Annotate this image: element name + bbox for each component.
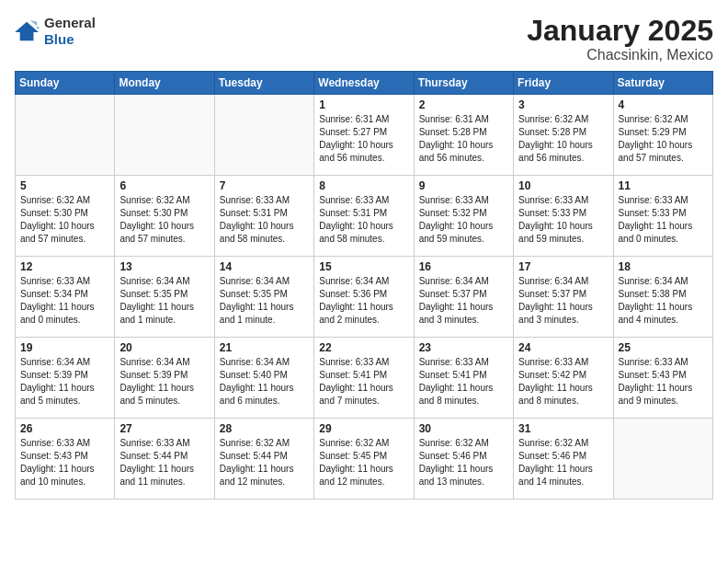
logo-icon	[15, 20, 40, 42]
calendar-cell: 11Sunrise: 6:33 AMSunset: 5:33 PMDayligh…	[613, 176, 712, 257]
calendar-cell: 7Sunrise: 6:33 AMSunset: 5:31 PMDaylight…	[214, 176, 313, 257]
logo: General Blue	[15, 15, 96, 48]
day-info: Sunrise: 6:33 AMSunset: 5:33 PMDaylight:…	[619, 194, 708, 246]
day-info: Sunrise: 6:33 AMSunset: 5:32 PMDaylight:…	[419, 194, 508, 246]
calendar-cell: 18Sunrise: 6:34 AMSunset: 5:38 PMDayligh…	[613, 257, 712, 338]
calendar-cell: 22Sunrise: 6:33 AMSunset: 5:41 PMDayligh…	[314, 338, 414, 419]
day-number: 29	[319, 422, 408, 435]
day-number: 30	[419, 422, 508, 435]
weekday-header: Friday	[514, 72, 613, 95]
calendar-cell: 9Sunrise: 6:33 AMSunset: 5:32 PMDaylight…	[414, 176, 513, 257]
day-number: 4	[619, 98, 708, 111]
day-number: 25	[619, 341, 708, 354]
calendar-cell: 8Sunrise: 6:33 AMSunset: 5:31 PMDaylight…	[314, 176, 414, 257]
day-number: 20	[119, 341, 209, 354]
day-number: 2	[419, 98, 508, 111]
day-number: 10	[518, 179, 608, 192]
day-number: 1	[319, 98, 408, 111]
calendar-cell: 3Sunrise: 6:32 AMSunset: 5:28 PMDaylight…	[514, 95, 613, 176]
calendar-cell: 20Sunrise: 6:34 AMSunset: 5:39 PMDayligh…	[115, 338, 214, 419]
day-number: 27	[119, 422, 209, 435]
day-info: Sunrise: 6:34 AMSunset: 5:36 PMDaylight:…	[319, 275, 408, 327]
day-info: Sunrise: 6:31 AMSunset: 5:27 PMDaylight:…	[319, 113, 408, 165]
calendar-cell: 6Sunrise: 6:32 AMSunset: 5:30 PMDaylight…	[115, 176, 214, 257]
day-number: 28	[220, 422, 309, 435]
calendar-cell: 30Sunrise: 6:32 AMSunset: 5:46 PMDayligh…	[414, 419, 513, 500]
calendar-cell: 14Sunrise: 6:34 AMSunset: 5:35 PMDayligh…	[214, 257, 313, 338]
day-info: Sunrise: 6:33 AMSunset: 5:33 PMDaylight:…	[518, 194, 608, 246]
svg-marker-0	[15, 22, 39, 40]
day-number: 16	[419, 260, 508, 273]
day-info: Sunrise: 6:33 AMSunset: 5:31 PMDaylight:…	[319, 194, 408, 246]
logo-text: General Blue	[44, 15, 96, 48]
calendar-cell: 19Sunrise: 6:34 AMSunset: 5:39 PMDayligh…	[16, 338, 115, 419]
day-info: Sunrise: 6:32 AMSunset: 5:45 PMDaylight:…	[319, 437, 408, 488]
calendar-cell: 4Sunrise: 6:32 AMSunset: 5:29 PMDaylight…	[613, 95, 712, 176]
weekday-header: Thursday	[414, 72, 513, 95]
day-info: Sunrise: 6:34 AMSunset: 5:37 PMDaylight:…	[419, 275, 508, 327]
day-info: Sunrise: 6:34 AMSunset: 5:38 PMDaylight:…	[619, 275, 708, 327]
calendar-cell: 25Sunrise: 6:33 AMSunset: 5:43 PMDayligh…	[613, 338, 712, 419]
calendar-cell	[115, 95, 214, 176]
day-number: 31	[518, 422, 608, 435]
day-number: 5	[20, 179, 109, 192]
calendar-week-row: 5Sunrise: 6:32 AMSunset: 5:30 PMDaylight…	[16, 176, 713, 257]
day-number: 11	[619, 179, 708, 192]
calendar-week-row: 26Sunrise: 6:33 AMSunset: 5:43 PMDayligh…	[16, 419, 713, 500]
calendar-cell: 13Sunrise: 6:34 AMSunset: 5:35 PMDayligh…	[115, 257, 214, 338]
calendar-week-row: 1Sunrise: 6:31 AMSunset: 5:27 PMDaylight…	[16, 95, 713, 176]
calendar-cell: 31Sunrise: 6:32 AMSunset: 5:46 PMDayligh…	[514, 419, 613, 500]
day-number: 9	[419, 179, 508, 192]
day-info: Sunrise: 6:33 AMSunset: 5:34 PMDaylight:…	[20, 275, 109, 327]
calendar-cell: 15Sunrise: 6:34 AMSunset: 5:36 PMDayligh…	[314, 257, 414, 338]
day-info: Sunrise: 6:32 AMSunset: 5:28 PMDaylight:…	[518, 113, 608, 165]
day-number: 26	[20, 422, 109, 435]
calendar-week-row: 19Sunrise: 6:34 AMSunset: 5:39 PMDayligh…	[16, 338, 713, 419]
calendar-cell: 29Sunrise: 6:32 AMSunset: 5:45 PMDayligh…	[314, 419, 414, 500]
calendar-cell: 12Sunrise: 6:33 AMSunset: 5:34 PMDayligh…	[16, 257, 115, 338]
calendar-cell	[613, 419, 712, 500]
day-info: Sunrise: 6:34 AMSunset: 5:35 PMDaylight:…	[119, 275, 209, 327]
day-number: 21	[220, 341, 309, 354]
month-title: January 2025	[527, 15, 713, 47]
calendar-cell	[214, 95, 313, 176]
day-info: Sunrise: 6:34 AMSunset: 5:39 PMDaylight:…	[20, 356, 109, 408]
calendar-cell: 17Sunrise: 6:34 AMSunset: 5:37 PMDayligh…	[514, 257, 613, 338]
day-number: 23	[419, 341, 508, 354]
calendar-cell: 16Sunrise: 6:34 AMSunset: 5:37 PMDayligh…	[414, 257, 513, 338]
calendar-cell: 10Sunrise: 6:33 AMSunset: 5:33 PMDayligh…	[514, 176, 613, 257]
page-header: General Blue January 2025 Chacsinkin, Me…	[15, 15, 713, 63]
calendar-cell: 26Sunrise: 6:33 AMSunset: 5:43 PMDayligh…	[16, 419, 115, 500]
day-info: Sunrise: 6:32 AMSunset: 5:30 PMDaylight:…	[119, 194, 209, 246]
weekday-header: Monday	[115, 72, 214, 95]
day-info: Sunrise: 6:33 AMSunset: 5:31 PMDaylight:…	[220, 194, 309, 246]
calendar-cell: 27Sunrise: 6:33 AMSunset: 5:44 PMDayligh…	[115, 419, 214, 500]
weekday-header-row: SundayMondayTuesdayWednesdayThursdayFrid…	[16, 72, 713, 95]
day-number: 17	[518, 260, 608, 273]
weekday-header: Sunday	[16, 72, 115, 95]
day-number: 14	[220, 260, 309, 273]
day-number: 13	[119, 260, 209, 273]
calendar-cell: 1Sunrise: 6:31 AMSunset: 5:27 PMDaylight…	[314, 95, 414, 176]
logo-general: General	[44, 15, 96, 30]
day-info: Sunrise: 6:32 AMSunset: 5:44 PMDaylight:…	[220, 437, 309, 488]
day-info: Sunrise: 6:32 AMSunset: 5:29 PMDaylight:…	[619, 113, 708, 165]
day-info: Sunrise: 6:34 AMSunset: 5:35 PMDaylight:…	[220, 275, 309, 327]
day-info: Sunrise: 6:33 AMSunset: 5:44 PMDaylight:…	[119, 437, 209, 488]
calendar-cell: 24Sunrise: 6:33 AMSunset: 5:42 PMDayligh…	[514, 338, 613, 419]
location-title: Chacsinkin, Mexico	[527, 47, 713, 63]
day-info: Sunrise: 6:33 AMSunset: 5:41 PMDaylight:…	[319, 356, 408, 408]
title-block: January 2025 Chacsinkin, Mexico	[527, 15, 713, 63]
day-info: Sunrise: 6:31 AMSunset: 5:28 PMDaylight:…	[419, 113, 508, 165]
weekday-header: Wednesday	[314, 72, 414, 95]
day-number: 19	[20, 341, 109, 354]
day-number: 12	[20, 260, 109, 273]
day-number: 18	[619, 260, 708, 273]
calendar-cell: 5Sunrise: 6:32 AMSunset: 5:30 PMDaylight…	[16, 176, 115, 257]
day-number: 8	[319, 179, 408, 192]
day-info: Sunrise: 6:33 AMSunset: 5:42 PMDaylight:…	[518, 356, 608, 408]
weekday-header: Saturday	[613, 72, 712, 95]
day-info: Sunrise: 6:34 AMSunset: 5:37 PMDaylight:…	[518, 275, 608, 327]
calendar-cell: 23Sunrise: 6:33 AMSunset: 5:41 PMDayligh…	[414, 338, 513, 419]
day-number: 7	[220, 179, 309, 192]
